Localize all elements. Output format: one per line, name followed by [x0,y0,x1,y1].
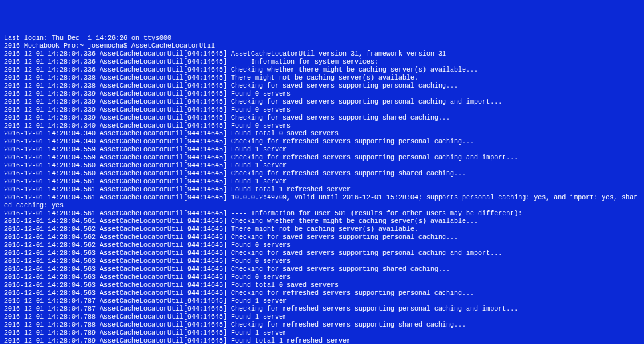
log-prefix: 2016-12-01 14:28:04.339 AssetCacheLocato… [4,90,231,98]
log-message: Checking for refreshed servers supportin… [231,138,474,145]
log-prefix: 2016-12-01 14:28:04.563 AssetCacheLocato… [4,290,231,297]
log-prefix: 2016-12-01 14:28:04.562 AssetCacheLocato… [4,242,231,249]
terminal-output[interactable]: Last login: Thu Dec 1 14:26:26 on ttys00… [4,35,640,344]
log-prefix: 2016-12-01 14:28:04.563 AssetCacheLocato… [4,258,231,265]
log-message: Found 1 server [231,298,287,305]
log-message: There might not be caching server(s) ava… [231,74,418,82]
log-prefix: 2016-12-01 14:28:04.559 AssetCacheLocato… [4,154,231,161]
log-line: 2016-12-01 14:28:04.562 AssetCacheLocato… [4,226,640,234]
log-message: Found 0 servers [231,274,291,281]
log-prefix: 2016-12-01 14:28:04.559 AssetCacheLocato… [4,146,231,153]
log-prefix: 2016-12-01 14:28:04.787 AssetCacheLocato… [4,305,231,313]
log-message: Found 1 server [231,162,287,169]
log-message: Found 0 servers [231,90,291,98]
log-message: Found 0 servers [231,106,291,114]
log-message: Checking for saved servers supporting pe… [231,234,458,241]
log-prefix: 2016-12-01 14:28:04.561 AssetCacheLocato… [4,218,231,225]
log-message: Checking for saved servers supporting pe… [231,82,458,90]
log-prefix: 2016-12-01 14:28:04.789 AssetCacheLocato… [4,329,231,337]
log-line: 2016-12-01 14:28:04.561 AssetCacheLocato… [4,210,640,218]
log-line: 2016-12-01 14:28:04.563 AssetCacheLocato… [4,258,640,266]
log-message: Checking for saved servers supporting pe… [231,250,502,257]
log-prefix: 2016-12-01 14:28:04.560 AssetCacheLocato… [4,170,231,177]
log-message: Checking for saved servers supporting pe… [231,98,502,106]
log-line: 2016-12-01 14:28:04.563 AssetCacheLocato… [4,290,640,298]
log-message: Checking for refreshed servers supportin… [231,305,518,313]
log-prefix: 2016-12-01 14:28:04.561 AssetCacheLocato… [4,210,231,217]
log-line: 2016-12-01 14:28:04.562 AssetCacheLocato… [4,242,640,250]
last-login-text: Last login: Thu Dec 1 14:26:26 on ttys00… [4,35,171,42]
log-message: ---- Information for system services: [231,58,378,66]
command-text: AssetCacheLocatorUtil [131,43,215,50]
log-prefix: 2016-12-01 14:28:04.340 AssetCacheLocato… [4,122,231,129]
log-prefix: 2016-12-01 14:28:04.563 AssetCacheLocato… [4,274,231,281]
log-message: Found 0 servers [231,122,291,129]
log-line: 2016-12-01 14:28:04.563 AssetCacheLocato… [4,282,640,290]
log-prefix: 2016-12-01 14:28:04.787 AssetCacheLocato… [4,298,231,305]
log-message: Checking for refreshed servers supportin… [231,290,474,297]
log-message: Found 1 server [231,178,287,185]
log-prefix: 2016-12-01 14:28:04.339 AssetCacheLocato… [4,114,231,122]
log-line: 2016-12-01 14:28:04.563 AssetCacheLocato… [4,250,640,258]
log-prefix: 2016-12-01 14:28:04.560 AssetCacheLocato… [4,162,231,169]
log-prefix: 2016-12-01 14:28:04.563 AssetCacheLocato… [4,250,231,257]
log-line: 2016-12-01 14:28:04.336 AssetCacheLocato… [4,58,640,66]
log-prefix: 2016-12-01 14:28:04.563 AssetCacheLocato… [4,282,231,289]
log-line: 2016-12-01 14:28:04.559 AssetCacheLocato… [4,146,640,154]
log-message: ---- Information for user 501 (results f… [231,210,522,217]
log-line: 2016-12-01 14:28:04.561 AssetCacheLocato… [4,186,640,194]
log-prefix: 2016-12-01 14:28:04.339 AssetCacheLocato… [4,98,231,106]
log-message: Checking whether there might be caching … [231,66,478,74]
log-prefix: 2016-12-01 14:28:04.340 AssetCacheLocato… [4,138,231,145]
shell-prompt: 2016-Mochabook-Pro:~ josemocha$ [4,43,131,50]
log-line: 2016-12-01 14:28:04.787 AssetCacheLocato… [4,298,640,305]
log-line: 2016-12-01 14:28:04.339 AssetCacheLocato… [4,106,640,114]
log-line: 2016-12-01 14:28:04.340 AssetCacheLocato… [4,122,640,130]
log-line: 2016-12-01 14:28:04.561 AssetCacheLocato… [4,218,640,226]
log-prefix: 2016-12-01 14:28:04.789 AssetCacheLocato… [4,337,231,344]
log-prefix: 2016-12-01 14:28:04.563 AssetCacheLocato… [4,266,231,273]
log-line: 2016-12-01 14:28:04.788 AssetCacheLocato… [4,313,640,321]
log-prefix: 2016-12-01 14:28:04.338 AssetCacheLocato… [4,74,231,82]
log-line: 2016-12-01 14:28:04.560 AssetCacheLocato… [4,170,640,178]
log-line: 2016-12-01 14:28:04.340 AssetCacheLocato… [4,138,640,146]
prompt-line-1: 2016-Mochabook-Pro:~ josemocha$ AssetCac… [4,43,640,50]
log-message: Found total 0 saved servers [231,282,339,289]
log-prefix: 2016-12-01 14:28:04.562 AssetCacheLocato… [4,234,231,241]
log-line: 2016-12-01 14:28:04.561 AssetCacheLocato… [4,194,640,210]
log-prefix: 2016-12-01 14:28:04.336 AssetCacheLocato… [4,50,231,58]
log-prefix: 2016-12-01 14:28:04.788 AssetCacheLocato… [4,313,231,321]
log-message: Found 1 server [231,329,287,337]
log-message: Checking for saved servers supporting sh… [231,114,450,122]
log-prefix: 2016-12-01 14:28:04.788 AssetCacheLocato… [4,321,231,329]
log-line: 2016-12-01 14:28:04.563 AssetCacheLocato… [4,274,640,282]
log-line: 2016-12-01 14:28:04.338 AssetCacheLocato… [4,74,640,82]
log-line: 2016-12-01 14:28:04.789 AssetCacheLocato… [4,329,640,337]
log-message: Found 0 servers [231,242,291,249]
log-message: Checking whether there might be caching … [231,218,478,225]
log-message: AssetCacheLocatorUtil version 31, framew… [231,50,446,58]
log-message: There might not be caching server(s) ava… [231,226,418,233]
log-message: Checking for refreshed servers supportin… [231,154,518,161]
log-message: Found 1 server [231,146,287,153]
log-message: Checking for saved servers supporting sh… [231,266,450,273]
log-line: 2016-12-01 14:28:04.560 AssetCacheLocato… [4,162,640,170]
log-line: 2016-12-01 14:28:04.340 AssetCacheLocato… [4,130,640,138]
log-prefix: 2016-12-01 14:28:04.340 AssetCacheLocato… [4,130,231,137]
log-line: 2016-12-01 14:28:04.339 AssetCacheLocato… [4,114,640,122]
log-message: Found total 1 refreshed server [231,186,351,193]
log-message: Checking for refreshed servers supportin… [231,321,466,329]
log-line: 2016-12-01 14:28:04.562 AssetCacheLocato… [4,234,640,242]
log-line: 2016-12-01 14:28:04.338 AssetCacheLocato… [4,82,640,90]
log-prefix: 2016-12-01 14:28:04.336 AssetCacheLocato… [4,66,231,74]
log-line: 2016-12-01 14:28:04.563 AssetCacheLocato… [4,266,640,274]
log-message: Found 1 server [231,313,287,321]
log-message: Found total 0 saved servers [231,130,339,137]
log-line: 2016-12-01 14:28:04.789 AssetCacheLocato… [4,337,640,344]
log-line: 2016-12-01 14:28:04.339 AssetCacheLocato… [4,90,640,98]
log-prefix: 2016-12-01 14:28:04.338 AssetCacheLocato… [4,82,231,90]
log-message: Checking for refreshed servers supportin… [231,170,466,177]
last-login-line: Last login: Thu Dec 1 14:26:26 on ttys00… [4,35,640,43]
log-line: 2016-12-01 14:28:04.561 AssetCacheLocato… [4,178,640,186]
log-prefix: 2016-12-01 14:28:04.336 AssetCacheLocato… [4,58,231,66]
